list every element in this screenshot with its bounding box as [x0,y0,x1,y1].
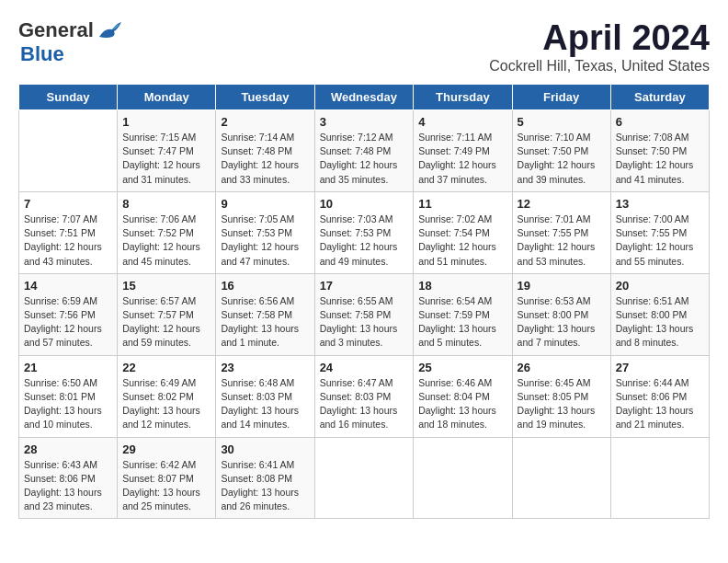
day-number: 16 [221,279,309,293]
day-info: Sunrise: 7:15 AM Sunset: 7:47 PM Dayligh… [122,131,210,187]
day-number: 19 [518,279,606,293]
calendar-cell: 25Sunrise: 6:46 AM Sunset: 8:04 PM Dayli… [414,355,512,437]
logo-blue-text: Blue [20,42,64,65]
calendar-week-row: 21Sunrise: 6:50 AM Sunset: 8:01 PM Dayli… [19,355,710,437]
calendar-cell: 10Sunrise: 7:03 AM Sunset: 7:53 PM Dayli… [314,191,414,273]
day-info: Sunrise: 7:10 AM Sunset: 7:50 PM Dayligh… [518,131,606,187]
day-info: Sunrise: 6:49 AM Sunset: 8:02 PM Dayligh… [122,376,210,432]
day-number: 13 [616,197,704,211]
day-number: 10 [320,197,409,211]
calendar-cell: 9Sunrise: 7:05 AM Sunset: 7:53 PM Daylig… [216,191,314,273]
header-day: Monday [118,85,216,110]
calendar-cell: 20Sunrise: 6:51 AM Sunset: 8:00 PM Dayli… [610,273,709,355]
day-number: 3 [320,115,409,129]
day-info: Sunrise: 6:50 AM Sunset: 8:01 PM Dayligh… [24,376,112,432]
calendar-cell: 13Sunrise: 7:00 AM Sunset: 7:55 PM Dayli… [610,191,709,273]
day-number: 17 [320,279,409,293]
calendar-cell: 30Sunrise: 6:41 AM Sunset: 8:08 PM Dayli… [216,437,314,519]
day-number: 30 [221,442,309,456]
day-info: Sunrise: 6:55 AM Sunset: 7:58 PM Dayligh… [320,294,409,350]
day-number: 7 [24,197,112,211]
day-info: Sunrise: 6:54 AM Sunset: 7:59 PM Dayligh… [418,294,506,350]
day-number: 2 [221,115,309,129]
calendar-cell: 16Sunrise: 6:56 AM Sunset: 7:58 PM Dayli… [216,273,314,355]
day-number: 6 [616,115,704,129]
logo-general-text: General [18,18,94,42]
day-info: Sunrise: 6:53 AM Sunset: 8:00 PM Dayligh… [518,294,606,350]
day-info: Sunrise: 7:02 AM Sunset: 7:54 PM Dayligh… [418,213,506,269]
day-number: 18 [418,279,506,293]
day-info: Sunrise: 6:42 AM Sunset: 8:07 PM Dayligh… [122,458,210,514]
day-info: Sunrise: 7:05 AM Sunset: 7:53 PM Dayligh… [221,213,309,269]
header-day: Wednesday [314,85,414,110]
calendar-cell [512,437,610,519]
header-day: Tuesday [216,85,314,110]
day-info: Sunrise: 7:03 AM Sunset: 7:53 PM Dayligh… [320,213,409,269]
calendar-cell: 22Sunrise: 6:49 AM Sunset: 8:02 PM Dayli… [118,355,216,437]
calendar-week-row: 7Sunrise: 7:07 AM Sunset: 7:51 PM Daylig… [19,191,710,273]
day-info: Sunrise: 7:06 AM Sunset: 7:52 PM Dayligh… [122,213,210,269]
day-info: Sunrise: 6:51 AM Sunset: 8:00 PM Dayligh… [616,294,704,350]
day-number: 14 [24,279,112,293]
calendar-cell [610,437,709,519]
logo-bird-icon [96,20,121,40]
title-area: April 2024 Cockrell Hill, Texas, United … [489,18,710,75]
calendar-cell: 14Sunrise: 6:59 AM Sunset: 7:56 PM Dayli… [19,273,118,355]
day-number: 23 [221,361,309,374]
header-day: Saturday [610,85,709,110]
day-number: 21 [24,361,112,374]
calendar-cell: 2Sunrise: 7:14 AM Sunset: 7:48 PM Daylig… [216,110,314,192]
day-info: Sunrise: 6:41 AM Sunset: 8:08 PM Dayligh… [221,458,309,514]
calendar-cell: 12Sunrise: 7:01 AM Sunset: 7:55 PM Dayli… [512,191,610,273]
day-number: 12 [518,197,606,211]
day-number: 26 [518,361,606,374]
day-info: Sunrise: 7:01 AM Sunset: 7:55 PM Dayligh… [518,213,606,269]
day-info: Sunrise: 6:44 AM Sunset: 8:06 PM Dayligh… [616,376,704,432]
day-number: 9 [221,197,309,211]
calendar-cell: 1Sunrise: 7:15 AM Sunset: 7:47 PM Daylig… [118,110,216,192]
day-number: 20 [616,279,704,293]
header-row: SundayMondayTuesdayWednesdayThursdayFrid… [19,85,710,110]
calendar-week-row: 1Sunrise: 7:15 AM Sunset: 7:47 PM Daylig… [19,110,710,192]
calendar-cell: 6Sunrise: 7:08 AM Sunset: 7:50 PM Daylig… [610,110,709,192]
calendar-week-row: 14Sunrise: 6:59 AM Sunset: 7:56 PM Dayli… [19,273,710,355]
location-text: Cockrell Hill, Texas, United States [489,58,710,75]
day-info: Sunrise: 6:45 AM Sunset: 8:05 PM Dayligh… [518,376,606,432]
day-info: Sunrise: 7:14 AM Sunset: 7:48 PM Dayligh… [221,131,309,187]
header-day: Friday [512,85,610,110]
day-info: Sunrise: 7:07 AM Sunset: 7:51 PM Dayligh… [24,213,112,269]
calendar-cell: 3Sunrise: 7:12 AM Sunset: 7:48 PM Daylig… [314,110,414,192]
day-number: 29 [122,442,210,456]
day-number: 24 [320,361,409,374]
calendar-cell: 26Sunrise: 6:45 AM Sunset: 8:05 PM Dayli… [512,355,610,437]
day-number: 1 [122,115,210,129]
day-info: Sunrise: 7:00 AM Sunset: 7:55 PM Dayligh… [616,213,704,269]
calendar-cell: 27Sunrise: 6:44 AM Sunset: 8:06 PM Dayli… [610,355,709,437]
day-number: 22 [122,361,210,374]
day-number: 8 [122,197,210,211]
day-number: 4 [418,115,506,129]
day-number: 25 [418,361,506,374]
calendar-cell: 28Sunrise: 6:43 AM Sunset: 8:06 PM Dayli… [19,437,118,519]
day-number: 15 [122,279,210,293]
calendar-cell: 4Sunrise: 7:11 AM Sunset: 7:49 PM Daylig… [414,110,512,192]
calendar-cell: 15Sunrise: 6:57 AM Sunset: 7:57 PM Dayli… [118,273,216,355]
calendar-cell: 24Sunrise: 6:47 AM Sunset: 8:03 PM Dayli… [314,355,414,437]
header: General Blue April 2024 Cockrell Hill, T… [18,18,710,75]
calendar-cell: 18Sunrise: 6:54 AM Sunset: 7:59 PM Dayli… [414,273,512,355]
day-info: Sunrise: 6:43 AM Sunset: 8:06 PM Dayligh… [24,458,112,514]
day-info: Sunrise: 6:48 AM Sunset: 8:03 PM Dayligh… [221,376,309,432]
day-info: Sunrise: 7:11 AM Sunset: 7:49 PM Dayligh… [418,131,506,187]
calendar-cell [19,110,118,192]
day-info: Sunrise: 6:47 AM Sunset: 8:03 PM Dayligh… [320,376,409,432]
day-info: Sunrise: 6:59 AM Sunset: 7:56 PM Dayligh… [24,294,112,350]
day-info: Sunrise: 6:57 AM Sunset: 7:57 PM Dayligh… [122,294,210,350]
calendar-cell: 19Sunrise: 6:53 AM Sunset: 8:00 PM Dayli… [512,273,610,355]
calendar-cell: 21Sunrise: 6:50 AM Sunset: 8:01 PM Dayli… [19,355,118,437]
calendar-cell [414,437,512,519]
calendar-cell: 8Sunrise: 7:06 AM Sunset: 7:52 PM Daylig… [118,191,216,273]
calendar-cell [314,437,414,519]
day-info: Sunrise: 7:08 AM Sunset: 7:50 PM Dayligh… [616,131,704,187]
day-info: Sunrise: 7:12 AM Sunset: 7:48 PM Dayligh… [320,131,409,187]
month-title: April 2024 [489,18,710,58]
